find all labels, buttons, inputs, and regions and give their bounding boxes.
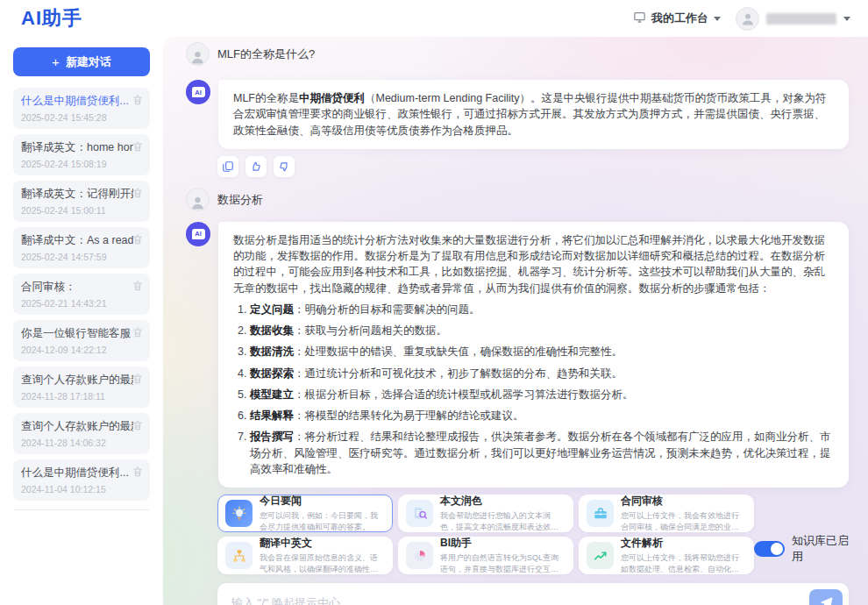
step-item: 数据收集：获取与分析问题相关的数据。 bbox=[250, 323, 834, 338]
conversation-item[interactable]: 查询个人存款账户的最新... 2024-11-28 17:18:11 bbox=[13, 367, 150, 408]
new-chat-label: 新建对话 bbox=[66, 54, 111, 70]
delete-conversation-icon[interactable] bbox=[132, 94, 144, 106]
conversation-time: 2024-11-28 14:06:32 bbox=[21, 438, 142, 448]
card-title: 翻译中英文 bbox=[260, 536, 385, 551]
delete-conversation-icon[interactable] bbox=[132, 419, 144, 431]
chevron-down-icon bbox=[843, 17, 850, 21]
conversation-title: 翻译成中文：As a reader... bbox=[21, 233, 133, 248]
card-text: 翻译中英文 我会旨在保留原始信息的含义、语气和风格，以确保翻译的准确性和自然流畅… bbox=[260, 536, 385, 575]
step-desc: ：通过统计分析和可视化技术，初步了解数据的分布、趋势和关联。 bbox=[294, 367, 623, 380]
message-input[interactable] bbox=[231, 596, 809, 605]
delete-conversation-icon[interactable] bbox=[132, 466, 144, 478]
conversation-time: 2024-12-09 14:22:12 bbox=[21, 345, 142, 355]
thumbs-down-button[interactable] bbox=[274, 156, 295, 177]
delete-conversation-icon[interactable] bbox=[132, 187, 144, 199]
conversation-time: 2025-02-24 14:57:59 bbox=[21, 252, 142, 262]
conversation-item[interactable]: 查询个人存款账户的最新... 2024-11-28 14:06:32 bbox=[13, 413, 150, 454]
step-term: 数据探索 bbox=[250, 367, 294, 380]
card-title: 合同审核 bbox=[621, 494, 746, 509]
ai-message: AI 数据分析是指用适当的统计分析方法对收集来的大量数据进行分析，将它们加以汇总… bbox=[186, 222, 849, 488]
card-text: 今日要闻 您可以问我，例如：今日要闻，我会尽力提供准确和可靠的答案。 bbox=[260, 494, 385, 533]
conversation-item[interactable]: 翻译成英文：home home 2025-02-24 15:08:19 bbox=[13, 134, 150, 175]
card-text: BI助手 将用户的自然语言转化为SQL查询语句，并直接与数据库进行交互，返回智能… bbox=[440, 536, 566, 575]
user-message-text: MLF的全称是什么? bbox=[217, 42, 315, 62]
step-item: 模型建立：根据分析目标，选择合适的统计模型或机器学习算法进行数据分析。 bbox=[250, 387, 834, 402]
user-avatar bbox=[186, 42, 210, 66]
copy-button[interactable] bbox=[217, 156, 238, 177]
top-header: AI助手 我的工作台 bbox=[0, 0, 868, 37]
ai-intro-paragraph: 数据分析是指用适当的统计分析方法对收集来的大量数据进行分析，将它们加以汇总和理解… bbox=[233, 232, 834, 296]
knowledge-base-toggle-group: 知识库已启用 bbox=[754, 533, 849, 565]
ai-avatar: AI bbox=[186, 80, 210, 104]
conversation-item[interactable]: 翻译成中文：As a reader... 2025-02-24 14:57:59 bbox=[13, 227, 150, 268]
toggle-knob bbox=[771, 543, 783, 555]
conversation-title: 合同审核： bbox=[21, 280, 133, 295]
conversation-title: 什么是中期借贷便利... bbox=[21, 94, 133, 109]
conversation-item[interactable]: 什么是中期借贷便利... 2025-02-24 15:45:28 bbox=[13, 88, 150, 129]
card-bi-assistant[interactable]: BI助手 将用户的自然语言转化为SQL查询语句，并直接与数据库进行交互，返回智能… bbox=[398, 537, 573, 574]
card-desc: 您可以上传文件，我将帮助您进行如数据处理、信息检索、自动化办公等。 bbox=[621, 552, 746, 575]
card-translate[interactable]: 翻译中英文 我会旨在保留原始信息的含义、语气和风格，以确保翻译的准确性和自然流畅… bbox=[217, 537, 393, 574]
ai-logo-icon: AI bbox=[192, 87, 205, 97]
ai-avatar: AI bbox=[186, 222, 210, 246]
conversation-time: 2025-02-24 15:45:28 bbox=[21, 112, 142, 123]
card-text: 本文润色 我会帮助您进行您输入的文本润色，提高文本的流畅度和表达效果。 bbox=[440, 494, 566, 533]
conversation-item[interactable]: 翻译成英文：记得刚开始... 2025-02-24 15:00:11 bbox=[13, 181, 150, 222]
user-menu[interactable] bbox=[729, 7, 850, 31]
pie-chart-icon bbox=[406, 542, 433, 569]
ai-message-bubble: 数据分析是指用适当的统计分析方法对收集来的大量数据进行分析，将它们加以汇总和理解… bbox=[218, 222, 849, 488]
delete-conversation-icon[interactable] bbox=[132, 140, 144, 153]
card-text-polish[interactable]: 本文润色 我会帮助您进行您输入的文本润色，提高文本的流畅度和表达效果。 bbox=[398, 495, 573, 532]
conversation-time: 2025-02-24 15:08:19 bbox=[21, 159, 142, 169]
ai-message: AI MLF的全称是中期借贷便利（Medium-term Lending Fac… bbox=[186, 80, 849, 149]
copy-icon bbox=[222, 160, 234, 173]
new-chat-button[interactable]: + 新建对话 bbox=[13, 47, 150, 76]
delete-conversation-icon[interactable] bbox=[132, 373, 144, 385]
workspace-menu[interactable]: 我的工作台 bbox=[633, 11, 721, 26]
conversation-item[interactable]: 你是一位银行智能客服，... 2024-12-09 14:22:12 bbox=[13, 320, 150, 361]
card-file-parse[interactable]: 文件解析 您可以上传文件，我将帮助您进行如数据处理、信息检索、自动化办公等。 bbox=[579, 537, 754, 574]
conversation-item[interactable]: 什么是中期借贷便利... 2024-11-04 10:12:15 bbox=[13, 459, 150, 501]
step-term: 数据收集 bbox=[250, 324, 294, 337]
conversation-time: 2025-02-24 15:00:11 bbox=[21, 205, 142, 216]
bulb-icon bbox=[225, 500, 253, 527]
conversation-item[interactable]: 合同审核： 2025-02-21 14:43:21 bbox=[13, 274, 150, 315]
delete-conversation-icon[interactable] bbox=[132, 280, 144, 292]
card-desc: 您可以问我，例如：今日要闻，我会尽力提供准确和可靠的答案。 bbox=[260, 510, 385, 533]
step-item: 数据清洗：处理数据中的错误、重复或缺失值，确保数据的准确性和完整性。 bbox=[250, 344, 834, 359]
list-end-divider bbox=[14, 509, 149, 510]
step-desc: ：将分析过程、结果和结论整理成报告，供决策者参考。数据分析在各个领域都有广泛的应… bbox=[250, 431, 831, 475]
header-right: 我的工作台 bbox=[633, 7, 850, 31]
thumbs-up-icon bbox=[250, 160, 262, 173]
send-button[interactable] bbox=[809, 589, 843, 605]
user-avatar bbox=[186, 188, 210, 211]
thumbs-up-button[interactable] bbox=[245, 156, 267, 177]
message-actions bbox=[217, 156, 849, 177]
ai-logo-icon: AI bbox=[192, 229, 205, 239]
conversation-title: 查询个人存款账户的最新... bbox=[21, 419, 133, 434]
thumbs-down-icon bbox=[278, 160, 290, 173]
plus-icon: + bbox=[52, 55, 60, 68]
monitor-icon bbox=[633, 11, 646, 26]
suggestion-cards: 今日要闻 您可以问我，例如：今日要闻，我会尽力提供准确和可靠的答案。 本文润色 … bbox=[217, 495, 754, 574]
delete-conversation-icon[interactable] bbox=[132, 233, 144, 246]
conversation-title: 翻译成英文：home home bbox=[21, 140, 133, 155]
card-title: 本文润色 bbox=[440, 494, 566, 509]
step-desc: ：将模型的结果转化为易于理解的结论或建议。 bbox=[294, 409, 524, 422]
step-desc: ：明确分析的目标和需要解决的问题。 bbox=[294, 303, 480, 316]
app-logo: AI助手 bbox=[21, 5, 82, 32]
step-item: 结果解释：将模型的结果转化为易于理解的结论或建议。 bbox=[250, 408, 834, 424]
chat-main: MLF的全称是什么? AI MLF的全称是中期借贷便利（Medium-term … bbox=[163, 37, 868, 605]
card-contract-review[interactable]: 合同审核 您可以上传文件，我会有效地进行合同审核，确保合同满足您的业务需求。 bbox=[579, 495, 754, 532]
delete-conversation-icon[interactable] bbox=[132, 326, 144, 338]
step-term: 数据清洗 bbox=[250, 345, 294, 358]
step-term: 报告撰写 bbox=[250, 431, 294, 443]
user-message: MLF的全称是什么? bbox=[186, 42, 849, 66]
step-desc: ：处理数据中的错误、重复或缺失值，确保数据的准确性和完整性。 bbox=[294, 345, 623, 358]
ai-message-bubble: MLF的全称是中期借贷便利（Medium-term Lending Facili… bbox=[218, 80, 849, 149]
card-desc: 我会旨在保留原始信息的含义、语气和风格，以确保翻译的准确性和自然流畅。 bbox=[260, 552, 385, 575]
step-desc: ：根据分析目标，选择合适的统计模型或机器学习算法进行数据分析。 bbox=[294, 388, 634, 401]
card-today-news[interactable]: 今日要闻 您可以问我，例如：今日要闻，我会尽力提供准确和可靠的答案。 bbox=[217, 495, 393, 532]
conversation-time: 2024-11-04 10:12:15 bbox=[21, 484, 142, 495]
knowledge-toggle[interactable] bbox=[754, 541, 785, 557]
